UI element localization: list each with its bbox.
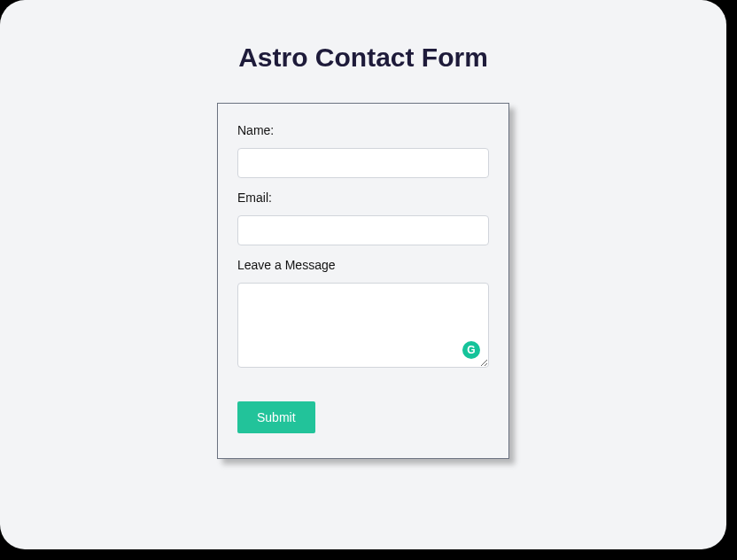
message-textarea[interactable]	[237, 283, 489, 368]
page-title: Astro Contact Form	[0, 43, 726, 73]
grammarly-icon: G	[462, 341, 480, 359]
message-wrap: G	[237, 283, 489, 371]
email-label: Email:	[237, 191, 489, 205]
name-label: Name:	[237, 123, 489, 137]
message-label: Leave a Message	[237, 258, 489, 272]
email-input[interactable]	[237, 215, 489, 245]
name-input[interactable]	[237, 148, 489, 178]
contact-form: Name: Email: Leave a Message G Submit	[217, 103, 509, 459]
app-window: Astro Contact Form Name: Email: Leave a …	[0, 0, 726, 549]
submit-button[interactable]: Submit	[237, 401, 315, 433]
